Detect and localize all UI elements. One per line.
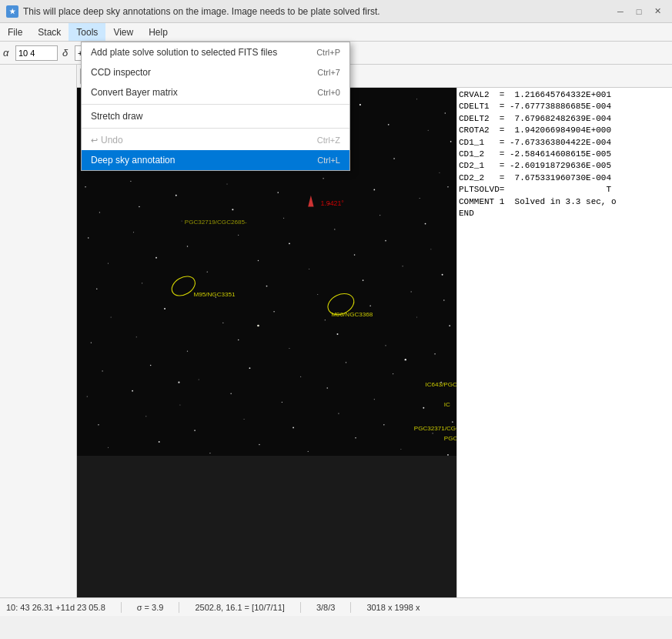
svg-point-44 bbox=[88, 237, 89, 239]
menu-add-plate-solve-label: Add plate solve solution to selected FIT… bbox=[91, 47, 277, 58]
left-panel bbox=[0, 65, 77, 597]
svg-point-7 bbox=[416, 99, 417, 99]
dropdown-separator-2 bbox=[82, 128, 349, 129]
svg-point-108 bbox=[452, 421, 453, 423]
svg-point-83 bbox=[434, 353, 435, 354]
menu-tools[interactable]: Tools bbox=[69, 23, 105, 41]
svg-point-79 bbox=[238, 340, 239, 341]
svg-point-60 bbox=[96, 288, 97, 289]
tools-dropdown: Add plate solve solution to selected FIT… bbox=[81, 42, 350, 171]
maximize-button[interactable]: □ bbox=[630, 3, 647, 20]
status-dimensions: 3018 x 1998 x bbox=[366, 603, 420, 612]
svg-point-109 bbox=[108, 447, 109, 448]
svg-point-97 bbox=[326, 387, 328, 389]
delta-label: δ bbox=[62, 47, 73, 59]
status-position: 2502.8, 16.1 = [10/7/11] bbox=[195, 603, 285, 612]
m95-label: M95/NGC3351 bbox=[194, 291, 236, 298]
title-bar: ★ This will place deep sky annotations o… bbox=[0, 0, 672, 23]
svg-point-52 bbox=[108, 263, 109, 264]
coord-value: 1.9421° bbox=[320, 199, 343, 207]
svg-point-46 bbox=[187, 246, 188, 246]
svg-point-63 bbox=[266, 286, 268, 287]
fits-line-1: CRVAL2 = 1.216645764332E+001 bbox=[459, 89, 670, 101]
svg-point-42 bbox=[379, 215, 380, 216]
menu-deep-sky[interactable]: Deep sky annotation Ctrl+L bbox=[82, 150, 349, 170]
svg-point-43 bbox=[425, 223, 426, 225]
svg-point-40 bbox=[283, 218, 284, 219]
svg-point-61 bbox=[142, 283, 142, 283]
svg-point-72 bbox=[325, 320, 326, 320]
svg-point-50 bbox=[385, 240, 386, 242]
menu-convert-bayer-shortcut: Ctrl+0 bbox=[317, 88, 340, 97]
menu-add-plate-solve-shortcut: Ctrl+P bbox=[316, 48, 340, 57]
svg-point-70 bbox=[222, 323, 223, 323]
svg-point-56 bbox=[309, 269, 309, 269]
fits-header-content[interactable]: CRVAL2 = 1.216645764332E+001 CDELT1 = -7… bbox=[457, 88, 672, 597]
svg-point-58 bbox=[403, 266, 403, 266]
svg-point-95 bbox=[230, 393, 231, 394]
svg-point-51 bbox=[430, 249, 431, 249]
svg-point-102 bbox=[194, 430, 196, 431]
svg-point-89 bbox=[346, 362, 346, 363]
fits-line-3: CDELT2 = 7.679682482639E-004 bbox=[459, 113, 670, 125]
svg-point-35 bbox=[447, 186, 448, 187]
svg-point-59 bbox=[442, 274, 443, 276]
svg-point-71 bbox=[273, 311, 274, 312]
fits-line-4: CROTA2 = 1.942066984904E+000 bbox=[459, 125, 670, 136]
svg-point-104 bbox=[293, 427, 294, 429]
svg-point-67 bbox=[443, 299, 444, 300]
svg-point-17 bbox=[450, 141, 452, 142]
menu-undo-shortcut: Ctrl+Z bbox=[317, 135, 340, 145]
alpha-input[interactable] bbox=[15, 45, 58, 61]
svg-point-99 bbox=[423, 407, 424, 409]
close-button[interactable]: ✕ bbox=[649, 3, 666, 20]
svg-point-103 bbox=[244, 419, 245, 420]
svg-point-27 bbox=[85, 186, 85, 187]
svg-point-34 bbox=[420, 198, 420, 199]
menu-undo[interactable]: ↩Undo Ctrl+Z bbox=[82, 130, 349, 150]
top-annotation: PGC32719/CGC2685- bbox=[185, 219, 247, 226]
fits-line-5: CD1_1 = -7.673363804422E-004 bbox=[459, 137, 670, 149]
menu-stretch-draw[interactable]: Stretch draw bbox=[82, 106, 349, 126]
svg-point-55 bbox=[258, 260, 259, 261]
dropdown-separator-1 bbox=[82, 104, 349, 105]
svg-point-82 bbox=[385, 345, 386, 346]
minimize-button[interactable]: ─ bbox=[612, 3, 629, 20]
ic643-label: IC643/PGC32392 bbox=[426, 382, 456, 389]
svg-point-113 bbox=[308, 451, 309, 452]
svg-point-16 bbox=[428, 130, 429, 131]
status-sigma: σ = 3.9 bbox=[137, 603, 164, 612]
fits-line-7: CD2_1 = -2.601918729636E-005 bbox=[459, 160, 670, 172]
svg-point-106 bbox=[383, 424, 384, 425]
svg-point-96 bbox=[282, 402, 283, 403]
svg-point-105 bbox=[338, 413, 339, 413]
menu-file[interactable]: File bbox=[0, 23, 30, 41]
svg-point-29 bbox=[176, 195, 177, 196]
svg-point-92 bbox=[87, 396, 88, 396]
menu-help[interactable]: Help bbox=[141, 23, 176, 41]
svg-point-68 bbox=[111, 316, 112, 317]
svg-point-118 bbox=[257, 325, 259, 327]
svg-point-112 bbox=[259, 444, 259, 445]
svg-point-100 bbox=[98, 424, 99, 425]
pgc32-partial-label: PGC32- bbox=[444, 435, 456, 442]
svg-point-15 bbox=[388, 124, 389, 125]
svg-point-78 bbox=[187, 350, 188, 351]
svg-point-30 bbox=[226, 184, 227, 185]
svg-point-80 bbox=[289, 348, 289, 349]
svg-point-111 bbox=[209, 453, 210, 453]
menu-convert-bayer[interactable]: Convert Bayer matrix Ctrl+0 bbox=[82, 82, 349, 102]
menu-undo-label: ↩Undo bbox=[91, 135, 123, 146]
menu-add-plate-solve[interactable]: Add plate solve solution to selected FIT… bbox=[82, 42, 349, 62]
svg-point-101 bbox=[145, 416, 146, 417]
menu-stack[interactable]: Stack bbox=[30, 23, 69, 41]
menu-view[interactable]: View bbox=[105, 23, 141, 41]
svg-point-120 bbox=[405, 359, 406, 360]
svg-point-53 bbox=[155, 257, 157, 259]
menu-ccd-inspector-shortcut: Ctrl+7 bbox=[317, 68, 340, 77]
svg-point-76 bbox=[91, 342, 92, 343]
svg-point-64 bbox=[317, 294, 318, 295]
menu-ccd-inspector-label: CCD inspector bbox=[91, 67, 151, 78]
menu-ccd-inspector[interactable]: CCD inspector Ctrl+7 bbox=[82, 62, 349, 82]
status-div-2 bbox=[179, 602, 179, 613]
